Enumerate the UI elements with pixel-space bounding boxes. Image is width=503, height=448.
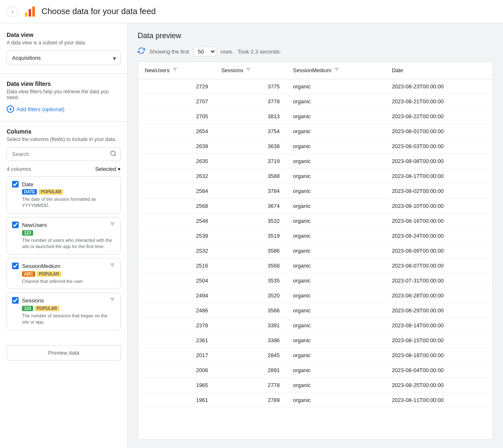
back-icon: ‹	[12, 8, 14, 15]
date-type-badge: DATE	[22, 189, 37, 195]
cell-newusers: 2532	[138, 243, 215, 258]
cell-newusers: 2504	[138, 273, 215, 288]
table-row: 2568 3674 organic 2023-08-10T00:00:00	[138, 199, 493, 214]
refresh-icon[interactable]	[138, 47, 145, 56]
sessionmedium-sort-icon[interactable]	[334, 67, 340, 74]
cell-date: 2023-08-10T00:00:00	[385, 199, 493, 214]
table-row: 2494 3520 organic 2023-08-28T00:00:00	[138, 288, 493, 303]
rows-count-select[interactable]: 50 100 200	[193, 47, 216, 56]
cell-newusers: 2705	[138, 109, 215, 124]
plus-icon: +	[7, 105, 14, 113]
date-checkbox[interactable]	[12, 181, 19, 187]
cell-sessionmedium: organic	[287, 348, 385, 363]
cell-sessions: 3674	[215, 199, 287, 214]
cell-sessions: 3586	[215, 243, 287, 258]
cell-sessionmedium: organic	[287, 333, 385, 348]
cell-newusers: 1965	[138, 378, 215, 393]
cell-date: 2023-08-22T00:00:00	[385, 109, 493, 124]
header: ‹ Choose data for your data feed	[0, 0, 503, 23]
table-row: 2017 2845 organic 2023-08-18T00:00:00	[138, 348, 493, 363]
cell-date: 2023-08-09T00:00:00	[385, 243, 493, 258]
cell-date: 2023-08-29T00:00:00	[385, 303, 493, 318]
table-row: 1961 2789 organic 2023-08-11T00:00:00	[138, 393, 493, 408]
th-newusers: NewUsers	[138, 62, 215, 79]
divider-2	[0, 121, 127, 122]
cell-sessions: 3775	[215, 79, 287, 94]
date-badges: DATE Popular	[22, 189, 115, 195]
cell-newusers: 2548	[138, 214, 215, 229]
sessionmedium-filter-icon	[109, 263, 115, 270]
selected-filter-button[interactable]: Selected ▾	[95, 166, 121, 172]
table-row: 2361 3396 organic 2023-08-15T00:00:00	[138, 333, 493, 348]
column-card-date: Date DATE Popular The date of the sessio…	[7, 176, 121, 214]
cell-newusers: 2378	[138, 318, 215, 333]
cell-sessions: 3719	[215, 154, 287, 169]
rows-label: rows.	[221, 49, 233, 55]
columns-subtitle: Select the columns (fields) to include i…	[7, 136, 121, 142]
cell-date: 2023-08-07T00:00:00	[385, 258, 493, 273]
cell-sessions: 3588	[215, 169, 287, 184]
newusers-type-badge: 123	[22, 230, 33, 236]
table-row: 2635 3719 organic 2023-08-08T00:00:00	[138, 154, 493, 169]
sessionmedium-badges: ABC Popular	[22, 271, 115, 277]
search-input[interactable]	[7, 147, 121, 161]
column-card-date-left: Date	[12, 181, 33, 187]
newusers-sort-icon[interactable]	[172, 67, 178, 74]
cell-sessions: 3532	[215, 214, 287, 229]
preview-data-button[interactable]: Preview data	[7, 345, 121, 360]
cell-date: 2023-08-03T00:00:00	[385, 139, 493, 154]
back-button[interactable]: ‹	[7, 6, 18, 17]
cell-sessions: 3813	[215, 109, 287, 124]
cell-sessionmedium: organic	[287, 288, 385, 303]
table-row: 2584 3784 organic 2023-08-02T00:00:00	[138, 184, 493, 199]
table-row: 2632 3588 organic 2023-08-17T00:00:00	[138, 169, 493, 184]
cell-sessionmedium: organic	[287, 79, 385, 94]
column-card-newusers: NewUsers 123 The number of users who int…	[7, 217, 121, 255]
sessions-popular-badge: Popular	[35, 306, 59, 311]
table-row: 2654 3754 organic 2023-08-01T00:00:00	[138, 124, 493, 139]
sessions-filter-icon	[109, 297, 115, 304]
data-view-select-wrapper: Acquisitions Overview Engagement ▾	[7, 51, 121, 65]
newusers-description: The number of users who interacted with …	[22, 237, 115, 250]
data-table: NewUsers Sessions	[138, 62, 493, 408]
cell-newusers: 2516	[138, 258, 215, 273]
data-preview-title: Data preview	[138, 32, 493, 40]
table-body: 2729 3775 organic 2023-08-23T00:00:00 27…	[138, 79, 493, 408]
columns-header: 4 columns Selected ▾	[7, 166, 121, 172]
cell-date: 2023-07-31T00:00:00	[385, 273, 493, 288]
sessions-checkbox[interactable]	[12, 297, 19, 304]
cell-sessions: 3535	[215, 273, 287, 288]
column-card-sessions-header: Sessions	[12, 297, 115, 304]
cell-sessionmedium: organic	[287, 303, 385, 318]
sessions-type-badge: 123	[22, 306, 33, 311]
th-sessions-label: Sessions	[221, 67, 243, 73]
table-row: 2504 3535 organic 2023-07-31T00:00:00	[138, 273, 493, 288]
cell-newusers: 2639	[138, 139, 215, 154]
sidebar: Data view A data view is a subset of you…	[0, 23, 128, 448]
preview-info-bar: Showing the first 50 100 200 rows. Took …	[138, 47, 493, 56]
cell-newusers: 2017	[138, 348, 215, 363]
cell-sessions: 3519	[215, 229, 287, 243]
cell-date: 2023-08-25T00:00:00	[385, 378, 493, 393]
analytics-icon	[23, 5, 36, 18]
column-card-date-header: Date	[12, 181, 115, 187]
cell-sessions: 3391	[215, 318, 287, 333]
cell-newusers: 2729	[138, 79, 215, 94]
cell-sessions: 3566	[215, 303, 287, 318]
cell-sessionmedium: organic	[287, 273, 385, 288]
date-column-name: Date	[22, 181, 33, 187]
main-layout: Data view A data view is a subset of you…	[0, 23, 503, 448]
cell-newusers: 2568	[138, 199, 215, 214]
cell-sessionmedium: organic	[287, 94, 385, 109]
sessionmedium-checkbox[interactable]	[12, 263, 19, 269]
date-description: The date of the session formatted as YYY…	[22, 196, 115, 209]
sessions-sort-icon[interactable]	[245, 67, 251, 74]
column-card-newusers-left: NewUsers	[12, 222, 47, 228]
add-filter-button[interactable]: + Add filters (optional)	[7, 105, 65, 113]
search-wrapper	[7, 147, 121, 161]
svg-rect-0	[25, 12, 27, 17]
th-sessionmedium: SessionMedium	[287, 62, 385, 79]
cell-sessionmedium: organic	[287, 393, 385, 408]
data-view-select[interactable]: Acquisitions Overview Engagement	[7, 51, 120, 65]
newusers-checkbox[interactable]	[12, 222, 19, 228]
